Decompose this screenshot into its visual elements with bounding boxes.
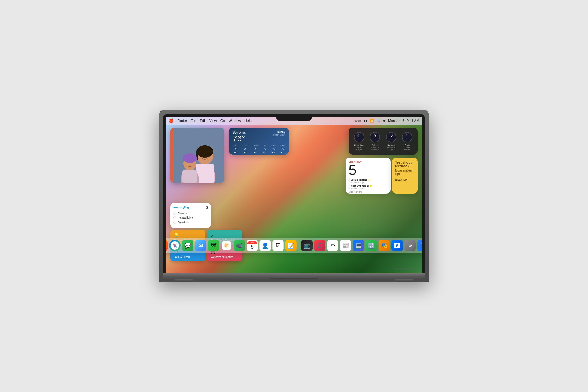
clock-paris: Paris Today +9HRS xyxy=(400,132,414,151)
forecast-temp-1: 80° xyxy=(242,151,248,154)
clock-diff-2: +17HRS xyxy=(384,149,398,151)
weather-condition: Sunny xyxy=(273,131,285,134)
svg-line-20 xyxy=(359,134,359,137)
clock-face-paris xyxy=(402,132,412,143)
forecast-time-3: 1 PM xyxy=(262,145,267,147)
dock-icon-calendar[interactable]: JUN 5 xyxy=(247,240,258,251)
dock-icon-launchpad[interactable] xyxy=(166,240,168,251)
sticky-body: More ambient light xyxy=(395,169,415,176)
menubar-finder[interactable]: Finder xyxy=(177,119,187,122)
weather-hilo: H:88° L:57° xyxy=(273,134,285,136)
dock-icon-system-prefs[interactable]: ⚙ xyxy=(404,240,416,251)
shortcut-icon-1: ♪ xyxy=(211,233,239,237)
reminders-list-title: Prop styling xyxy=(173,206,189,209)
clock-city-0: Cupertino xyxy=(352,144,366,146)
dock-icon-maps[interactable]: 🗺 xyxy=(208,240,219,251)
clock-day-3: Today xyxy=(400,146,414,149)
svg-line-27 xyxy=(375,134,375,137)
reminder-checkbox-2[interactable] xyxy=(173,221,176,224)
forecast-icon-5: ☀ xyxy=(280,147,285,151)
shortcut-label-2: Take A Break xyxy=(174,255,202,258)
dock-icon-notes[interactable]: 📝 xyxy=(285,240,297,251)
laptop-body: 🍎 Finder File Edit View Go Window Help s… xyxy=(159,110,429,282)
dock-icon-music[interactable]: 🎵 xyxy=(314,240,326,251)
forecast-time-5: 3 PM xyxy=(280,145,285,147)
photo-content xyxy=(170,128,224,183)
notch xyxy=(276,114,312,121)
clock-city-2: Sydney xyxy=(384,144,398,146)
clock-face-sydney xyxy=(386,132,397,143)
calendar-widget: Monday 5 Set up lighting ✨ 12:00–12:30pm… xyxy=(346,158,391,194)
widgets-area: Sonoma 76° Sunny H:88° L:57° xyxy=(170,128,418,255)
menubar-time: 9:41 AM xyxy=(407,119,419,122)
menubar-sysm: sysm xyxy=(355,119,362,122)
calendar-event-title-1: Meet with talent 🌟 xyxy=(351,185,388,187)
menubar-help[interactable]: Help xyxy=(244,119,252,122)
forecast-temp-3: 81° xyxy=(262,151,267,154)
reminder-checkbox-0[interactable] xyxy=(173,212,176,215)
dock-icon-system-settings[interactable]: 🔵 xyxy=(417,240,422,251)
reminder-checkbox-1[interactable] xyxy=(173,216,176,219)
clock-diff-3: +9HRS xyxy=(400,149,414,151)
menubar-battery-icon: ▮▮ xyxy=(364,119,368,122)
forecast-temp-4: 85° xyxy=(272,151,276,154)
svg-rect-13 xyxy=(182,170,197,183)
svg-rect-7 xyxy=(202,145,207,149)
clock-city-1: Tokyo xyxy=(368,144,382,146)
dock-icon-freeform[interactable]: ✏ xyxy=(327,240,338,251)
menubar-edit[interactable]: Edit xyxy=(200,119,206,122)
dock-icon-photos[interactable] xyxy=(221,240,232,251)
forecast-icon-4: ☀ xyxy=(272,147,276,151)
sticky-time: 8:30 AM xyxy=(395,178,415,182)
dock-icon-reminders[interactable]: ☑ xyxy=(272,240,284,251)
menubar-view[interactable]: View xyxy=(209,119,217,122)
dock-icon-messages[interactable]: 💬 xyxy=(182,240,194,251)
dock-icon-news[interactable]: 📰 xyxy=(340,240,351,251)
forecast-temp-2: 81° xyxy=(253,151,259,154)
wallpaper: 🍎 Finder File Edit View Go Window Help s… xyxy=(166,117,422,273)
svg-line-34 xyxy=(391,134,391,137)
photo-widget xyxy=(170,128,224,183)
laptop-foot-right xyxy=(395,279,413,282)
calendar-date: 5 xyxy=(349,163,388,177)
dock-icon-keynote[interactable]: 🎭 xyxy=(379,240,390,251)
menubar-left: 🍎 Finder File Edit View Go Window Help xyxy=(169,118,252,123)
dock-icon-numbers[interactable]: 🔢 xyxy=(366,240,377,251)
laptop-feet xyxy=(163,279,425,282)
forecast-icon-3: ☀ xyxy=(262,147,267,151)
dock-icon-facetime[interactable]: 📹 xyxy=(234,240,245,251)
menubar-control-center-icon[interactable]: ⊕ xyxy=(383,119,386,123)
menubar-wifi-icon: 📶 xyxy=(370,119,374,123)
clock-diff-0: +0HRS xyxy=(352,149,366,151)
forecast-time-0: 10 AM xyxy=(232,145,238,147)
laptop-base xyxy=(163,273,425,279)
reminder-text-1: Pleated fabric xyxy=(178,216,194,219)
reminder-text-0: Flowers xyxy=(178,212,187,215)
dock-icon-sidecar[interactable]: 💻 xyxy=(353,240,364,251)
menubar-file[interactable]: File xyxy=(191,119,196,122)
menubar-search-icon[interactable]: 🔍 xyxy=(376,119,381,123)
calendar-event-time-0: 12:00–12:30pm xyxy=(351,181,388,183)
weather-temp: 76° xyxy=(232,134,245,143)
forecast-time-4: 2 PM xyxy=(272,145,276,147)
svg-rect-12 xyxy=(183,158,197,161)
clock-day-0: Today xyxy=(352,146,366,149)
reminders-list-widget: Prop styling 3 Flowers Pleated fabric xyxy=(170,203,211,228)
dock-icon-mail[interactable]: ✉ xyxy=(195,240,206,251)
dock-icon-contacts[interactable]: 👤 xyxy=(260,240,271,251)
screen-bezel: 🍎 Finder File Edit View Go Window Help s… xyxy=(163,114,425,273)
forecast-icon-2: ☀ xyxy=(253,147,259,151)
menubar-window[interactable]: Window xyxy=(229,119,241,122)
clock-day-2: Tomorrow xyxy=(384,146,398,149)
dock-icon-appstore[interactable]: 🅰 xyxy=(392,240,403,251)
apple-logo-icon[interactable]: 🍎 xyxy=(169,118,174,123)
dock-icon-tv[interactable]: 📺 xyxy=(301,240,313,251)
dock-separator xyxy=(299,241,299,250)
clocks-widget: Cupertino Today +0HRS xyxy=(349,128,418,155)
laptop-foot-left xyxy=(175,279,193,282)
laptop-hinge xyxy=(270,278,318,279)
dock-icon-safari[interactable] xyxy=(169,240,181,251)
menubar-go[interactable]: Go xyxy=(220,119,225,122)
svg-rect-2 xyxy=(170,128,174,183)
forecast-temp-5: 88° xyxy=(280,151,285,154)
